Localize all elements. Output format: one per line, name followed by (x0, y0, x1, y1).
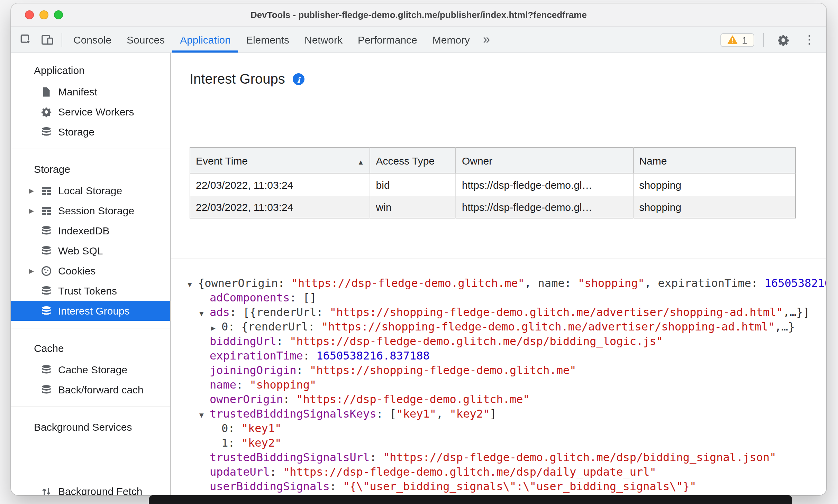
tree-token: "https://dsp-fledge-demo.glitch.me/dsp/b… (383, 451, 776, 464)
tab-console[interactable]: Console (66, 27, 119, 53)
device-toolbar-icon[interactable] (37, 29, 58, 50)
cell-access-type[interactable]: bid (370, 173, 456, 196)
devtools-body: ApplicationManifestService WorkersStorag… (11, 53, 826, 495)
tab-application[interactable]: Application (172, 27, 238, 53)
tree-collapse-icon[interactable]: ▼ (199, 408, 210, 422)
sidebar-divider (11, 149, 170, 149)
tab-memory[interactable]: Memory (425, 27, 477, 53)
tree-token: 1650538216.837188 (316, 349, 430, 362)
interest-groups-panel: Interest Groups Event Time▲Access TypeOw… (171, 53, 826, 495)
sidebar-section-title: Cache (11, 335, 170, 360)
sidebar-item-web-sql[interactable]: Web SQL (11, 241, 170, 261)
expand-chevron-icon[interactable]: ▶ (29, 187, 41, 194)
tree-line: adComponents: [] (188, 290, 826, 305)
close-button[interactable] (25, 10, 34, 19)
sidebar-item-label: Storage (58, 126, 94, 138)
tree-token: updateUrl (210, 465, 270, 478)
minimize-button[interactable] (39, 10, 48, 19)
tree-token: : (228, 320, 242, 333)
fullscreen-button[interactable] (54, 10, 63, 19)
cell-owner[interactable]: https://dsp-fledge-demo.gl… (456, 196, 634, 218)
expand-chevron-icon[interactable]: ▶ (29, 207, 41, 214)
tree-token: [ (390, 407, 396, 420)
tree-token: trustedBiddingSignalsKeys (210, 407, 376, 420)
more-options-icon[interactable]: ⋮ (799, 29, 819, 50)
database-icon (41, 305, 52, 316)
sidebar-item-storage[interactable]: Storage (11, 122, 170, 142)
sidebar-item-trust-tokens[interactable]: Trust Tokens (11, 281, 170, 301)
sidebar-item-cookies[interactable]: ▶Cookies (11, 261, 170, 281)
tree-token: ,…}] (783, 306, 810, 319)
tree-token: : (270, 465, 283, 478)
devtools-window: DevTools - publisher-fledge-demo.glitch.… (11, 3, 826, 495)
tree-token: "https://shopping-fledge-demo.glitch.me/… (321, 320, 775, 333)
table-icon (41, 205, 52, 216)
inspect-element-icon[interactable] (15, 29, 37, 50)
tree-token: name (210, 378, 236, 391)
tree-token: 0 (221, 422, 228, 435)
devtools-tabs: ConsoleSourcesApplicationElementsNetwork… (66, 27, 477, 53)
sidebar-item-session-storage[interactable]: ▶Session Storage (11, 200, 170, 221)
column-header-name[interactable]: Name (633, 148, 795, 173)
tree-token: expirationTime (658, 277, 751, 290)
tree-token: [] (303, 291, 317, 304)
table-row[interactable]: 22/03/2022, 11:03:24bidhttps://dsp-fledg… (190, 173, 795, 196)
sidebar-item-label: Trust Tokens (58, 285, 117, 297)
sidebar-item-service-workers[interactable]: Service Workers (11, 102, 170, 122)
tree-line: expirationTime: 1650538216.837188 (188, 348, 826, 363)
cell-event-time[interactable]: 22/03/2022, 11:03:24 (190, 196, 370, 218)
sidebar-section-application: ApplicationManifestService WorkersStorag… (11, 57, 170, 142)
tree-token: : (316, 306, 330, 319)
tree-collapse-icon[interactable]: ▼ (199, 306, 210, 321)
info-icon[interactable] (293, 73, 304, 85)
sidebar-item-background-fetch[interactable]: Background Fetch (11, 481, 170, 495)
warning-count: 1 (742, 34, 747, 45)
panel-header: Interest Groups (190, 70, 826, 88)
cell-name[interactable]: shopping (633, 173, 795, 196)
sidebar-item-local-storage[interactable]: ▶Local Storage (11, 180, 170, 200)
tab-network[interactable]: Network (297, 27, 350, 53)
sidebar-section-background-services: Background ServicesBackground Fetch (11, 414, 170, 495)
tree-token: "https://shopping-fledge-demo.glitch.me/… (330, 306, 783, 319)
cell-access-type[interactable]: win (370, 196, 456, 218)
window-controls (11, 10, 63, 19)
tree-token: "https://shopping-fledge-demo.glitch.me" (310, 364, 576, 377)
database-icon (41, 225, 52, 236)
more-tabs-button[interactable]: » (477, 32, 495, 47)
tree-token: ownerOrigin (204, 277, 278, 290)
tree-token: : (565, 277, 578, 290)
tree-collapse-icon[interactable]: ▼ (188, 277, 198, 292)
tab-elements[interactable]: Elements (238, 27, 297, 53)
sidebar-item-back-forward-cach[interactable]: Back/forward cach (11, 380, 170, 400)
cell-owner[interactable]: https://dsp-fledge-demo.gl… (456, 173, 634, 196)
warnings-badge[interactable]: 1 (720, 33, 754, 47)
table-row[interactable]: 22/03/2022, 11:03:24winhttps://dsp-fledg… (190, 196, 795, 218)
tree-expand-icon[interactable]: ▶ (211, 321, 221, 335)
tree-token: : (283, 393, 297, 406)
tree-token: : (228, 436, 242, 449)
sidebar-item-manifest[interactable]: Manifest (11, 82, 170, 102)
tree-line: biddingUrl: "https://dsp-fledge-demo.gli… (188, 334, 826, 348)
tab-sources[interactable]: Sources (119, 27, 172, 53)
column-header-owner[interactable]: Owner (456, 148, 634, 173)
tree-token: ads (210, 306, 230, 319)
screenshot-stage: DevTools - publisher-fledge-demo.glitch.… (0, 0, 838, 504)
cell-event-time[interactable]: 22/03/2022, 11:03:24 (190, 173, 370, 196)
tab-performance[interactable]: Performance (350, 27, 425, 53)
expand-chevron-icon[interactable]: ▶ (29, 267, 41, 274)
sidebar-item-indexeddb[interactable]: IndexedDB (11, 221, 170, 241)
sidebar-item-label: Cookies (58, 265, 95, 277)
tree-token: "https://dsp-fledge-demo.glitch.me" (291, 277, 525, 290)
sidebar-item-cache-storage[interactable]: Cache Storage (11, 360, 170, 380)
tree-token: "key1" (242, 422, 282, 435)
application-sidebar: ApplicationManifestService WorkersStorag… (11, 53, 171, 495)
settings-gear-icon[interactable] (773, 29, 794, 50)
tree-token: 1 (221, 436, 228, 449)
column-header-access-type[interactable]: Access Type (370, 148, 456, 173)
interest-groups-table: Event Time▲Access TypeOwnerName22/03/202… (190, 147, 796, 218)
tree-token: adComponents (210, 291, 290, 304)
column-header-event-time[interactable]: Event Time▲ (190, 148, 370, 173)
cell-name[interactable]: shopping (633, 196, 795, 218)
sidebar-item-interest-groups[interactable]: Interest Groups (11, 301, 170, 321)
tree-token: "https://dsp-fledge-demo.glitch.me/dsp/b… (290, 335, 663, 348)
